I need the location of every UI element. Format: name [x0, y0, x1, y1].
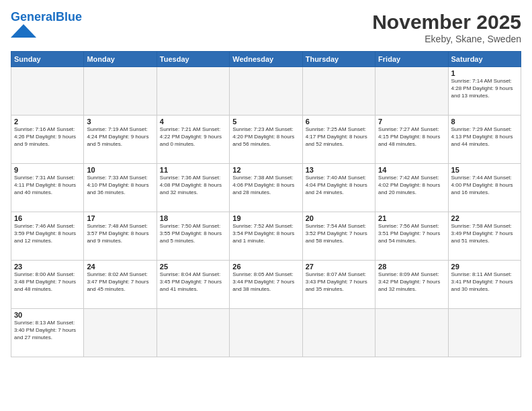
days-of-week-row: SundayMondayTuesdayWednesdayThursdayFrid…: [11, 52, 521, 67]
day-info: Sunrise: 7:38 AM Sunset: 4:06 PM Dayligh…: [232, 175, 299, 196]
calendar-cell: 14Sunrise: 7:42 AM Sunset: 4:02 PM Dayli…: [375, 164, 448, 212]
day-info: Sunrise: 7:56 AM Sunset: 3:51 PM Dayligh…: [378, 223, 445, 244]
day-info: Sunrise: 7:42 AM Sunset: 4:02 PM Dayligh…: [378, 175, 445, 196]
logo-icon: [11, 24, 36, 38]
calendar-week-1: 2Sunrise: 7:16 AM Sunset: 4:26 PM Daylig…: [11, 116, 521, 164]
day-info: Sunrise: 7:44 AM Sunset: 4:00 PM Dayligh…: [451, 175, 518, 196]
day-info: Sunrise: 8:02 AM Sunset: 3:47 PM Dayligh…: [87, 271, 153, 293]
day-info: Sunrise: 7:46 AM Sunset: 3:59 PM Dayligh…: [14, 223, 81, 244]
day-number: 23: [14, 263, 81, 271]
day-header-saturday: Saturday: [448, 52, 521, 67]
day-number: 24: [87, 263, 153, 271]
day-number: 29: [451, 263, 518, 271]
logo-general: General: [11, 10, 56, 24]
calendar-cell: [157, 309, 229, 357]
day-info: Sunrise: 7:16 AM Sunset: 4:26 PM Dayligh…: [14, 126, 81, 148]
day-header-thursday: Thursday: [302, 52, 375, 67]
day-info: Sunrise: 8:09 AM Sunset: 3:42 PM Dayligh…: [378, 271, 445, 293]
day-number: 5: [232, 118, 299, 126]
logo-text: GeneralBlue: [11, 11, 82, 24]
day-header-friday: Friday: [375, 52, 448, 67]
calendar-cell: [84, 309, 157, 357]
calendar-subtitle: Ekeby, Skane, Sweden: [372, 34, 521, 44]
day-info: Sunrise: 8:05 AM Sunset: 3:44 PM Dayligh…: [232, 271, 299, 293]
calendar-week-0: 1Sunrise: 7:14 AM Sunset: 4:28 PM Daylig…: [11, 67, 521, 116]
calendar-cell: 23Sunrise: 8:00 AM Sunset: 3:48 PM Dayli…: [11, 261, 84, 309]
day-number: 8: [451, 118, 518, 126]
svg-marker-0: [11, 24, 36, 38]
day-number: 28: [378, 263, 445, 271]
day-info: Sunrise: 7:40 AM Sunset: 4:04 PM Dayligh…: [306, 175, 372, 196]
calendar-cell: 26Sunrise: 8:05 AM Sunset: 3:44 PM Dayli…: [230, 261, 302, 309]
calendar-cell: 1Sunrise: 7:14 AM Sunset: 4:28 PM Daylig…: [448, 67, 521, 116]
calendar-cell: 27Sunrise: 8:07 AM Sunset: 3:43 PM Dayli…: [302, 261, 375, 309]
calendar-cell: 25Sunrise: 8:04 AM Sunset: 3:45 PM Dayli…: [157, 261, 229, 309]
calendar-cell: 10Sunrise: 7:33 AM Sunset: 4:10 PM Dayli…: [84, 164, 157, 212]
day-info: Sunrise: 7:14 AM Sunset: 4:28 PM Dayligh…: [451, 78, 518, 99]
calendar-cell: 6Sunrise: 7:25 AM Sunset: 4:17 PM Daylig…: [302, 116, 375, 164]
day-info: Sunrise: 7:36 AM Sunset: 4:08 PM Dayligh…: [160, 175, 226, 196]
logo: GeneralBlue: [11, 11, 82, 40]
calendar-cell: 30Sunrise: 8:13 AM Sunset: 3:40 PM Dayli…: [11, 309, 84, 357]
day-number: 1: [451, 69, 518, 77]
day-info: Sunrise: 8:11 AM Sunset: 3:41 PM Dayligh…: [451, 271, 518, 293]
day-number: 13: [306, 166, 372, 174]
day-info: Sunrise: 8:07 AM Sunset: 3:43 PM Dayligh…: [306, 271, 372, 293]
day-number: 11: [160, 166, 226, 174]
calendar-cell: [84, 67, 157, 116]
day-number: 18: [160, 214, 226, 222]
calendar-cell: 21Sunrise: 7:56 AM Sunset: 3:51 PM Dayli…: [375, 212, 448, 261]
day-info: Sunrise: 7:19 AM Sunset: 4:24 PM Dayligh…: [87, 126, 153, 148]
day-info: Sunrise: 7:50 AM Sunset: 3:55 PM Dayligh…: [160, 223, 226, 244]
calendar-table: SundayMondayTuesdayWednesdayThursdayFrid…: [11, 51, 521, 357]
day-number: 27: [306, 263, 372, 271]
page: GeneralBlue November 2025 Ekeby, Skane, …: [0, 0, 532, 411]
day-number: 2: [14, 118, 81, 126]
day-info: Sunrise: 8:00 AM Sunset: 3:48 PM Dayligh…: [14, 271, 81, 293]
calendar-week-2: 9Sunrise: 7:31 AM Sunset: 4:11 PM Daylig…: [11, 164, 521, 212]
calendar-cell: [448, 309, 521, 357]
calendar-cell: 7Sunrise: 7:27 AM Sunset: 4:15 PM Daylig…: [375, 116, 448, 164]
day-info: Sunrise: 7:52 AM Sunset: 3:54 PM Dayligh…: [232, 223, 299, 244]
calendar-cell: 15Sunrise: 7:44 AM Sunset: 4:00 PM Dayli…: [448, 164, 521, 212]
calendar-cell: 16Sunrise: 7:46 AM Sunset: 3:59 PM Dayli…: [11, 212, 84, 261]
calendar-header: SundayMondayTuesdayWednesdayThursdayFrid…: [11, 52, 521, 67]
calendar-cell: 19Sunrise: 7:52 AM Sunset: 3:54 PM Dayli…: [230, 212, 302, 261]
day-info: Sunrise: 7:33 AM Sunset: 4:10 PM Dayligh…: [87, 175, 153, 196]
calendar-cell: 9Sunrise: 7:31 AM Sunset: 4:11 PM Daylig…: [11, 164, 84, 212]
calendar-week-5: 30Sunrise: 8:13 AM Sunset: 3:40 PM Dayli…: [11, 309, 521, 357]
day-info: Sunrise: 7:21 AM Sunset: 4:22 PM Dayligh…: [160, 126, 226, 148]
calendar-cell: 22Sunrise: 7:58 AM Sunset: 3:49 PM Dayli…: [448, 212, 521, 261]
day-number: 17: [87, 214, 153, 222]
calendar-cell: 12Sunrise: 7:38 AM Sunset: 4:06 PM Dayli…: [230, 164, 302, 212]
day-number: 19: [232, 214, 299, 222]
day-number: 22: [451, 214, 518, 222]
day-number: 3: [87, 118, 153, 126]
calendar-cell: [375, 309, 448, 357]
day-info: Sunrise: 8:04 AM Sunset: 3:45 PM Dayligh…: [160, 271, 226, 293]
day-number: 12: [232, 166, 299, 174]
day-info: Sunrise: 7:31 AM Sunset: 4:11 PM Dayligh…: [14, 175, 81, 196]
day-number: 30: [14, 311, 81, 319]
calendar-cell: 4Sunrise: 7:21 AM Sunset: 4:22 PM Daylig…: [157, 116, 229, 164]
calendar-body: 1Sunrise: 7:14 AM Sunset: 4:28 PM Daylig…: [11, 67, 521, 357]
day-number: 25: [160, 263, 226, 271]
logo-blue: Blue: [56, 10, 82, 24]
calendar-cell: 18Sunrise: 7:50 AM Sunset: 3:55 PM Dayli…: [157, 212, 229, 261]
calendar-cell: 24Sunrise: 8:02 AM Sunset: 3:47 PM Dayli…: [84, 261, 157, 309]
day-number: 9: [14, 166, 81, 174]
day-number: 10: [87, 166, 153, 174]
calendar-cell: [375, 67, 448, 116]
calendar-cell: 2Sunrise: 7:16 AM Sunset: 4:26 PM Daylig…: [11, 116, 84, 164]
calendar-cell: [302, 309, 375, 357]
day-number: 16: [14, 214, 81, 222]
day-number: 26: [232, 263, 299, 271]
calendar-cell: 3Sunrise: 7:19 AM Sunset: 4:24 PM Daylig…: [84, 116, 157, 164]
calendar-cell: 5Sunrise: 7:23 AM Sunset: 4:20 PM Daylig…: [230, 116, 302, 164]
day-number: 15: [451, 166, 518, 174]
calendar-cell: 20Sunrise: 7:54 AM Sunset: 3:52 PM Dayli…: [302, 212, 375, 261]
day-info: Sunrise: 7:23 AM Sunset: 4:20 PM Dayligh…: [232, 126, 299, 148]
calendar-cell: 11Sunrise: 7:36 AM Sunset: 4:08 PM Dayli…: [157, 164, 229, 212]
calendar-cell: 17Sunrise: 7:48 AM Sunset: 3:57 PM Dayli…: [84, 212, 157, 261]
day-info: Sunrise: 7:58 AM Sunset: 3:49 PM Dayligh…: [451, 223, 518, 244]
